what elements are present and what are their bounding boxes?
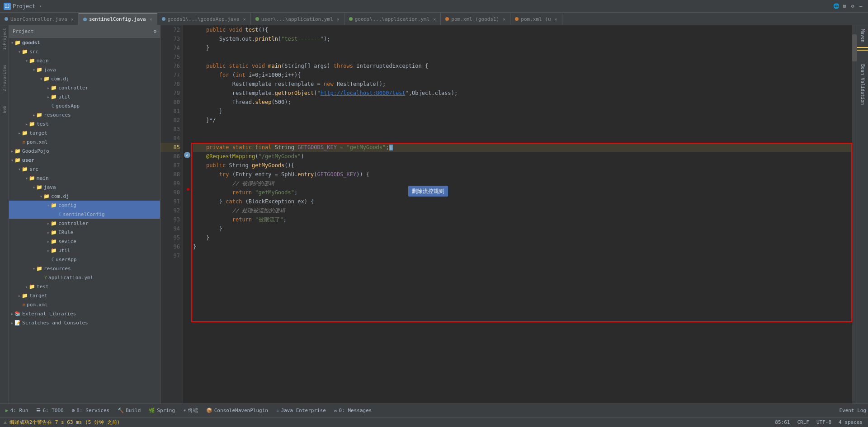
reload-icon: ↺ <box>184 152 190 158</box>
scrollbar-thumb[interactable] <box>852 34 857 61</box>
tree-java-user[interactable]: ▾ 📁 java <box>9 183 160 192</box>
minimize-icon[interactable]: — <box>857 3 864 10</box>
tree-src-user[interactable]: ▾ 📁 src <box>9 164 160 174</box>
vertical-scrollbar[interactable] <box>852 25 857 404</box>
run-tab[interactable]: ▶ 4: Run <box>2 405 32 416</box>
tree-sentinelconfig[interactable]: C sentinelConfig <box>9 210 160 219</box>
tree-util-user[interactable]: ▸ 📁 util <box>9 246 160 255</box>
tab-pom-u[interactable]: pom.xml (u ✕ <box>510 13 562 25</box>
code-line-83 <box>193 125 852 134</box>
tab-pom-goods1[interactable]: pom.xml (goods1) ✕ <box>441 13 510 25</box>
sidebar-title: Project <box>13 28 33 34</box>
tree-util-goods1[interactable]: ▸ 📁 util <box>9 92 160 101</box>
tree-resources-user[interactable]: ▾ 📁 resources <box>9 264 160 273</box>
tree-target-user[interactable]: ▸ 📁 target <box>9 291 160 300</box>
cursor-position[interactable]: 85:61 <box>773 419 792 425</box>
encoding[interactable]: UTF-8 <box>815 419 833 425</box>
services-tab[interactable]: ⚙ 8: Services <box>68 405 113 416</box>
tree-test-goods1[interactable]: ▸ 📁 test <box>9 119 160 128</box>
java-enterprise-tab[interactable]: ☕ Java Enterprise <box>273 405 330 416</box>
todo-tab[interactable]: ☰ 6: TODO <box>33 405 67 416</box>
panel-label-1[interactable]: 1:Project <box>1 25 8 53</box>
line-ending[interactable]: CRLF <box>795 419 811 425</box>
tree-java-goods1[interactable]: ▾ 📁 java <box>9 65 160 74</box>
tree-external-libraries[interactable]: ▸ 📚 External Libraries <box>9 309 160 318</box>
terminal-tab[interactable]: ⚡ 终端 <box>179 405 202 416</box>
tree-comdj-goods1[interactable]: ▾ 📁 com.dj <box>9 74 160 83</box>
tree-resources-goods1[interactable]: ▸ 📁 resources <box>9 110 160 119</box>
build-tab[interactable]: 🔨 Build <box>114 405 144 416</box>
todo-label: 6: TODO <box>42 408 63 413</box>
code-line-78: RestTemplate restTemplate = new RestTemp… <box>193 80 852 89</box>
editor-content[interactable]: 72 73 74 75 76 77 78 79 80 81 82 83 <box>160 25 857 404</box>
tab-usercontroller[interactable]: UserController.java ✕ <box>0 13 79 25</box>
tree-main-user[interactable]: ▾ 📁 main <box>9 174 160 183</box>
gear-icon[interactable]: ⚙ <box>849 3 856 10</box>
tree-main-goods1[interactable]: ▾ 📁 main <box>9 56 160 65</box>
tree-application-yml[interactable]: Y application.yml <box>9 273 160 282</box>
build-label: Build <box>126 408 141 413</box>
spring-tab[interactable]: 🌿 Spring <box>145 405 179 416</box>
tab-goodsapp[interactable]: goods1\...\goodsApp.java ✕ <box>157 13 251 25</box>
project-title: Project <box>13 3 36 9</box>
code-line-92: // 处理被流控的逻辑 <box>193 206 852 215</box>
tree-comdj-user[interactable]: ▾ 📁 com.dj <box>9 192 160 201</box>
code-line-82: }*/ <box>193 116 852 125</box>
status-warning-text: 编译成功2个警告在 7 s 63 ms (5 分钟 之前) <box>9 419 120 426</box>
bean-validation-panel-label[interactable]: Bean Validation <box>859 61 866 108</box>
messages-icon: ✉ <box>334 408 337 413</box>
tree-userapp[interactable]: C userApp <box>9 255 160 264</box>
run-label: 4: Run <box>10 408 28 413</box>
spaces[interactable]: 4 spaces <box>837 419 864 425</box>
panel-label-3[interactable]: Web <box>1 103 8 116</box>
tab-close-icon[interactable]: ✕ <box>337 17 340 22</box>
tab-sentinelconfig[interactable]: sentinelConfig.java ✕ <box>79 13 157 25</box>
tree-scratches[interactable]: ▸ 📝 Scratches and Consoles <box>9 318 160 327</box>
tree-goods1[interactable]: ▾ 📁 goods1 <box>9 38 160 47</box>
maven-panel-label[interactable]: Maven <box>859 25 866 46</box>
tree-pom-user[interactable]: m pom.xml <box>9 300 160 309</box>
tab-close-icon[interactable]: ✕ <box>71 17 74 22</box>
tree-goodspojo[interactable]: ▸ 📁 GoodsPojo <box>9 146 160 155</box>
panel-label-2[interactable]: 2:Favorites <box>1 62 8 94</box>
tab-label: goods1\...\goodsApp.java <box>168 16 240 22</box>
tree-controller-user[interactable]: ▸ 📁 controller <box>9 219 160 228</box>
tree-goodsapp[interactable]: C goodsApp <box>9 101 160 110</box>
tab-goods-yml[interactable]: goods\...\application.yml ✕ <box>344 13 441 25</box>
split-icon[interactable]: ⊞ <box>841 3 848 10</box>
tree-controller-goods1[interactable]: ▸ 📁 controller <box>9 83 160 92</box>
tree-src-goods1[interactable]: ▾ 📁 src <box>9 47 160 56</box>
line-numbers: 72 73 74 75 76 77 78 79 80 81 82 83 <box>160 25 183 260</box>
tab-close-icon[interactable]: ✕ <box>503 17 505 22</box>
tab-close-icon[interactable]: ✕ <box>243 17 246 22</box>
tree-test-user[interactable]: ▸ 📁 test <box>9 282 160 291</box>
maven-indicator <box>857 47 868 48</box>
tab-yml-icon <box>349 17 353 21</box>
tab-user-yml[interactable]: user\...\application.yml ✕ <box>251 13 344 25</box>
event-log-btn[interactable]: Event Log <box>839 408 866 413</box>
tree-sevice[interactable]: ▸ 📁 sevice <box>9 237 160 246</box>
window-controls: 🌐 ⊞ ⚙ — <box>833 3 864 10</box>
tree-irule[interactable]: ▸ 📁 IRule <box>9 228 160 237</box>
tree-user[interactable]: ▾ 📁 user <box>9 155 160 164</box>
globe-icon[interactable]: 🌐 <box>833 3 840 10</box>
spring-label: Spring <box>157 408 175 413</box>
code-line-95: } <box>193 233 852 242</box>
code-line-96: } <box>193 242 852 251</box>
tab-close-icon[interactable]: ✕ <box>433 17 436 22</box>
code-content[interactable]: 删除流控规则 public void test(){ System.out.pr… <box>191 25 852 404</box>
tree-comfig[interactable]: ▾ 📁 comfig <box>9 201 160 210</box>
tab-bar: UserController.java ✕ sentinelConfig.jav… <box>0 13 868 25</box>
run-icon: ▶ <box>5 408 9 413</box>
consolemaven-tab[interactable]: 📦 ConsoleMavenPlugin <box>203 405 272 416</box>
messages-tab[interactable]: ✉ 0: Messages <box>330 405 375 416</box>
code-line-91: } catch (BlockException ex) { <box>193 197 852 206</box>
code-line-84 <box>193 134 852 143</box>
tree-pom-goods1[interactable]: m pom.xml <box>9 137 160 146</box>
tab-close-icon[interactable]: ✕ <box>555 17 557 22</box>
tab-close-icon[interactable]: ✕ <box>150 17 152 22</box>
tab-xml-icon <box>515 17 519 21</box>
sidebar-gear-icon[interactable]: ⚙ <box>153 28 156 34</box>
tree-target-goods1[interactable]: ▸ 📁 target <box>9 128 160 137</box>
sidebar-header: Project ⚙ <box>9 25 160 38</box>
